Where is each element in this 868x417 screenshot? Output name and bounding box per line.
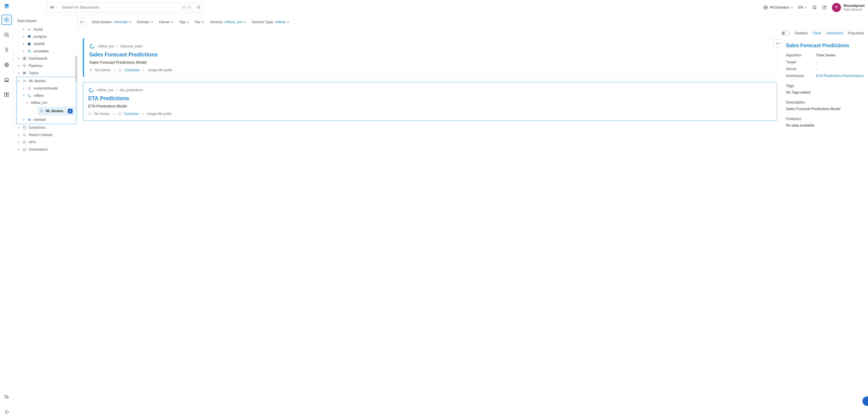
- deleted-label: Deleted: [795, 31, 808, 35]
- count-badge: 2: [68, 109, 72, 114]
- result-card[interactable]: mlflow_svc / forecast_sales Sales Foreca…: [83, 38, 777, 77]
- svg-rect-19: [23, 73, 26, 74]
- deleted-toggle[interactable]: [781, 31, 790, 35]
- svg-point-21: [23, 82, 24, 83]
- filter-tier[interactable]: Tier: [194, 20, 205, 24]
- domains-dropdown[interactable]: All Domains: [763, 5, 793, 10]
- nav-insights-icon[interactable]: [1, 30, 12, 40]
- tree-title: Data Assets: [16, 19, 78, 23]
- mysql-icon: [27, 27, 31, 32]
- mlflow-icon: [88, 87, 94, 93]
- filter-domain[interactable]: Domain: [137, 20, 153, 24]
- tree-item-mysql[interactable]: mysql: [16, 26, 78, 33]
- tree-item-containers[interactable]: Containers: [16, 124, 78, 131]
- filter-service[interactable]: Service: mlflow_svc: [210, 20, 246, 24]
- search-scope-dropdown[interactable]: All: [47, 6, 60, 9]
- nav-explore-icon[interactable]: [1, 14, 12, 25]
- mlmodels-leaf-icon: [40, 109, 43, 114]
- language-dropdown[interactable]: EN: [798, 5, 807, 10]
- svg-rect-10: [23, 57, 24, 58]
- snowflake-icon: [27, 49, 31, 54]
- advanced-link[interactable]: Advanced: [827, 31, 843, 35]
- nav-globe-icon[interactable]: [1, 60, 12, 70]
- results-list: mlflow_svc / forecast_sales Sales Foreca…: [78, 38, 782, 417]
- svg-rect-12: [25, 58, 26, 60]
- pipelines-icon: [22, 64, 27, 68]
- description-heading: Description: [786, 100, 864, 105]
- tree-scrollbar[interactable]: [75, 56, 77, 82]
- card-desc: ETA Predictions Model: [88, 104, 772, 108]
- card-title[interactable]: ETA Predictions: [88, 95, 772, 101]
- app-logo[interactable]: [3, 3, 10, 10]
- filter-service-type[interactable]: Service Type: mlflow: [252, 20, 289, 24]
- nav-governance-icon[interactable]: [1, 75, 12, 85]
- tree-item-mlflow-svc[interactable]: mlflow_svc: [17, 99, 76, 106]
- tree-item-governance[interactable]: Governance: [16, 146, 78, 153]
- custommlmodel-icon: [27, 86, 32, 91]
- tree-item-postgres[interactable]: postgres: [16, 33, 78, 40]
- card-desc: Sales Forecast Predictions Model: [89, 60, 772, 65]
- filter-data-assets[interactable]: Data Assets: mlmodel: [92, 20, 131, 24]
- search-input[interactable]: [60, 5, 181, 10]
- searchindexes-icon: [22, 133, 27, 137]
- search-box[interactable]: All ⌘ K: [47, 3, 204, 12]
- tree-item-apis[interactable]: API APIs: [16, 138, 78, 146]
- tree-item-vertexai[interactable]: vertexai: [17, 116, 76, 123]
- notifications-icon[interactable]: [812, 5, 817, 10]
- tree-item-pipelines[interactable]: Pipelines: [16, 62, 78, 69]
- tree-item-snowflake[interactable]: snowflake: [16, 47, 78, 55]
- tree-item-topics[interactable]: Topics: [16, 69, 78, 77]
- svg-point-16: [24, 66, 25, 67]
- svg-point-36: [89, 113, 90, 114]
- nav-idea-icon[interactable]: [1, 44, 12, 55]
- details-panel: Sales Forecast Predictions AlgorithmTime…: [782, 38, 868, 417]
- tree-item-mlflow[interactable]: mlflow: [17, 92, 76, 99]
- svg-rect-17: [23, 72, 26, 72]
- svg-point-23: [28, 87, 31, 90]
- svg-point-5: [5, 395, 6, 396]
- search-icon[interactable]: [194, 5, 203, 10]
- dashboards-icon: [22, 56, 27, 61]
- svg-rect-18: [23, 73, 26, 73]
- sort-popularity[interactable]: Popularity: [848, 31, 864, 35]
- svg-point-6: [7, 397, 8, 398]
- result-card[interactable]: mlflow_svc / eta_predictions ETA Predict…: [83, 82, 777, 121]
- tree-sidebar: Data Assets mysql postgres redshift: [13, 15, 78, 417]
- svg-point-25: [40, 109, 41, 110]
- user-menu[interactable]: R Rounakpreet Data Steward: [832, 3, 865, 12]
- user-name: Rounakpreet: [843, 4, 865, 8]
- redshift-icon: [27, 42, 31, 46]
- svg-point-22: [25, 81, 26, 82]
- tree-item-mlmodels[interactable]: ML Models: [17, 77, 76, 85]
- breadcrumb: mlflow_svc / forecast_sales: [89, 43, 772, 49]
- tags-value: No Tags added: [786, 90, 864, 95]
- nav-logout-icon[interactable]: [1, 407, 12, 417]
- filter-tag[interactable]: Tag: [179, 20, 189, 24]
- tree-item-dashboards[interactable]: Dashboards: [16, 55, 78, 62]
- nav-settings-icon[interactable]: [1, 392, 12, 402]
- nav-docs-icon[interactable]: [1, 90, 12, 100]
- language-label: EN: [798, 5, 803, 10]
- tree-item-redshift[interactable]: redshift: [16, 40, 78, 47]
- mlmodels-icon: [23, 79, 27, 83]
- tree-leaf-mlmodels[interactable]: ML Models 2: [37, 107, 75, 116]
- svg-point-27: [42, 110, 43, 111]
- tree-item-searchindexes[interactable]: Search Indexes: [16, 131, 78, 138]
- tree-item-custommlmodel[interactable]: custommlmodel: [17, 85, 76, 92]
- card-title[interactable]: Sales Forecast Predictions: [89, 52, 772, 58]
- svg-rect-13: [23, 59, 24, 60]
- collapse-sidebar-button[interactable]: [77, 18, 86, 26]
- clear-link[interactable]: Clear: [813, 31, 822, 35]
- vertexai-icon: [27, 118, 32, 122]
- tree-group-mlmodels-box: ML Models custommlmodel mlflow ml: [16, 77, 76, 124]
- top-bar: All ⌘ K All Domains E: [13, 0, 868, 15]
- user-role: Data Steward: [843, 8, 865, 11]
- filter-owner[interactable]: Owner: [159, 20, 174, 24]
- svg-point-34: [90, 69, 91, 70]
- card-meta: No Owner Customer Usage 0th pctile: [88, 112, 772, 116]
- details-dashboard-link[interactable]: ETA Predictions Performance: [816, 74, 864, 78]
- help-icon[interactable]: [822, 5, 827, 10]
- svg-text:API: API: [24, 142, 25, 143]
- details-title[interactable]: Sales Forecast Predictions: [786, 43, 864, 49]
- containers-icon: [22, 126, 27, 130]
